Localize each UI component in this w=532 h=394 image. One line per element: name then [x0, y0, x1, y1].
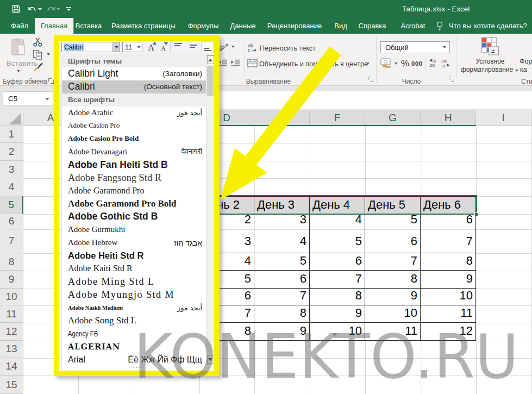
accounting-dropdown-icon[interactable] — [395, 62, 398, 65]
styles-group-label: Стил — [521, 78, 532, 85]
tab-разметка-страницы[interactable]: Разметка страницы — [105, 18, 181, 34]
decrease-decimal-icon[interactable]: ,00,0 — [441, 58, 451, 67]
row-header-12[interactable]: 12 — [0, 323, 23, 341]
redo-icon[interactable] — [46, 0, 57, 18]
table-cell[interactable]: 10 — [421, 289, 476, 305]
tab-данные[interactable]: Данные — [224, 18, 262, 34]
table-cell[interactable]: 7 — [310, 271, 365, 289]
clipboard-group-label: Буфер обмена — [3, 78, 47, 85]
table-cell[interactable]: 3 — [254, 214, 310, 229]
table-cell[interactable]: 7 — [254, 289, 310, 305]
increase-decimal-icon[interactable]: ,0,00 — [428, 58, 439, 67]
tab-формулы[interactable]: Формулы — [182, 18, 225, 34]
table-cell[interactable]: 5 — [254, 253, 310, 271]
customize-qat-icon[interactable] — [65, 0, 72, 18]
row-header-5[interactable]: 5 — [0, 196, 23, 215]
table-cell[interactable]: 7 — [421, 229, 476, 254]
tab-вставка[interactable]: Вставка — [70, 18, 108, 34]
svg-text:,0: ,0 — [441, 64, 445, 68]
tab-вид[interactable]: Вид — [328, 18, 353, 34]
wrap-text-icon[interactable]: abc — [248, 43, 258, 52]
save-icon[interactable] — [10, 0, 21, 18]
tellme-label[interactable]: Что вы хотите сделать? — [449, 18, 527, 34]
copy-icon[interactable] — [33, 49, 45, 60]
table-cell[interactable]: 8 — [421, 253, 476, 271]
name-box[interactable]: C5 — [3, 91, 53, 105]
conditional-formatting-dropdown-icon[interactable] — [515, 70, 518, 72]
orientation-icon[interactable]: ab — [219, 42, 231, 52]
row-header-11[interactable]: 11 — [0, 305, 23, 323]
copy-dropdown-icon[interactable] — [47, 53, 50, 55]
conditional-formatting-label-1[interactable]: Условное — [476, 58, 505, 65]
accounting-format-icon[interactable] — [380, 58, 393, 68]
table-cell[interactable]: 6 — [310, 253, 365, 271]
comma-style-button[interactable]: 000 — [411, 60, 423, 67]
table-cell[interactable]: 5 — [365, 214, 421, 229]
row-header-2[interactable]: 2 — [0, 143, 23, 161]
svg-text:c: c — [248, 47, 251, 52]
wrap-text-label[interactable]: Переносить текст — [260, 45, 316, 52]
table-cell[interactable]: 4 — [310, 214, 365, 229]
table-cell[interactable]: 6 — [254, 271, 310, 289]
column-header-H[interactable]: H — [421, 110, 476, 126]
increase-indent-icon[interactable] — [230, 59, 241, 67]
table-cell[interactable]: 10 — [365, 305, 421, 323]
row-header-9[interactable]: 9 — [0, 271, 23, 289]
merge-center-icon[interactable] — [247, 59, 258, 67]
table-cell[interactable]: 5 — [310, 229, 365, 254]
paste-button[interactable]: Вставить — [7, 37, 32, 76]
fill-handle[interactable] — [474, 212, 478, 216]
row-header-8[interactable]: 8 — [0, 253, 23, 271]
format-painter-icon[interactable] — [33, 62, 45, 72]
column-header-G[interactable]: G — [365, 110, 421, 126]
paste-dropdown-icon[interactable] — [17, 70, 20, 72]
table-cell[interactable]: 7 — [365, 253, 421, 271]
table-cell[interactable]: 6 — [365, 229, 421, 254]
name-box-dropdown-icon[interactable] — [45, 98, 49, 101]
table-cell[interactable]: 6 — [421, 214, 476, 229]
conditional-formatting-label-2[interactable]: форматирование — [461, 66, 513, 73]
conditional-formatting-icon[interactable]: ≠ — [480, 36, 500, 56]
select-all-button[interactable] — [0, 110, 23, 126]
row-header-1[interactable]: 1 — [0, 126, 23, 143]
row-header-3[interactable]: 3 — [0, 161, 23, 178]
tab-файл[interactable]: Файл — [5, 18, 34, 34]
alignment-dialog-launcher-icon[interactable] — [368, 77, 373, 82]
table-cell[interactable]: 9 — [365, 289, 421, 305]
tab-рецензирование[interactable]: Рецензирование — [261, 18, 328, 34]
format-as-table-label-1[interactable]: Фор — [520, 58, 532, 65]
undo-icon[interactable] — [26, 0, 37, 18]
tab-справка[interactable]: Справка — [353, 18, 392, 34]
column-header-I[interactable]: I — [476, 110, 531, 126]
column-header-E[interactable]: E — [254, 110, 310, 126]
column-header-F[interactable]: F — [310, 110, 365, 126]
clipboard-dialog-launcher-icon[interactable] — [48, 78, 54, 84]
row-header-14[interactable]: 14 — [0, 358, 23, 376]
tab-acrobat[interactable]: Acrobat — [395, 18, 431, 34]
percent-style-button[interactable]: % — [401, 58, 409, 69]
merge-center-dropdown-icon[interactable] — [366, 62, 370, 65]
number-dialog-launcher-icon[interactable] — [449, 77, 454, 82]
cut-icon[interactable] — [33, 37, 45, 47]
merge-center-label[interactable]: Объединить и поместить в центре — [259, 60, 368, 68]
tab-главная[interactable]: Главная — [35, 18, 73, 34]
format-as-table-label-2[interactable]: ка — [520, 66, 527, 73]
row-header-6[interactable]: 6 — [0, 214, 23, 229]
table-cell[interactable]: 8 — [365, 271, 421, 289]
table-cell[interactable]: 8 — [254, 305, 310, 323]
table-cell[interactable]: 9 — [310, 305, 365, 323]
redo-dropdown-icon[interactable] — [55, 0, 61, 18]
table-cell[interactable]: 11 — [421, 305, 476, 323]
row-header-15[interactable]: 15 — [0, 376, 23, 394]
number-format-select[interactable]: Общий — [380, 41, 450, 53]
row-header-10[interactable]: 10 — [0, 289, 23, 305]
row-header-13[interactable]: 13 — [0, 341, 23, 358]
table-cell[interactable]: 9 — [421, 271, 476, 289]
undo-dropdown-icon[interactable] — [37, 0, 42, 18]
ribbon-tab-row: ФайлГлавнаяВставкаРазметка страницыФорму… — [0, 18, 532, 34]
row-header-7[interactable]: 7 — [0, 229, 23, 254]
table-cell[interactable]: 4 — [254, 229, 310, 254]
orientation-dropdown-icon[interactable] — [231, 46, 235, 48]
table-cell[interactable]: 8 — [310, 289, 365, 305]
row-header-4[interactable]: 4 — [0, 178, 23, 196]
